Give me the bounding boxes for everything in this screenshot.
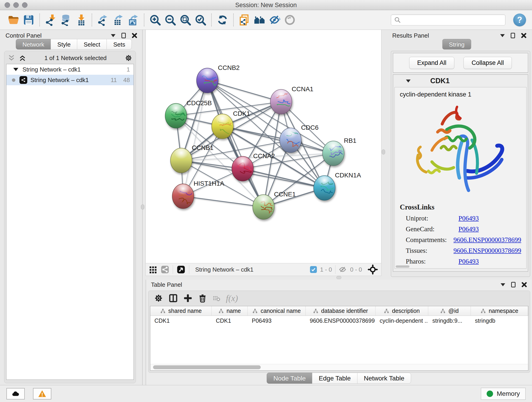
table-cell[interactable]: cyclin-dependent ...	[375, 316, 428, 325]
tab-network[interactable]: Network	[16, 39, 51, 50]
network-graph[interactable]: CCNB2CCNA1CDC25BCDK1CDC6RB1CCNB1CCNA2CDK…	[146, 30, 382, 263]
crosslink-link[interactable]: 9606.ENSP00000378699	[453, 247, 521, 254]
tab-sets[interactable]: Sets	[107, 39, 132, 50]
network-edge-CCNB2-CCNE1[interactable]	[207, 80, 264, 207]
network-node-CCNE1[interactable]: CCNE1	[253, 191, 296, 219]
column-header-namespace[interactable]: namespace	[471, 306, 528, 316]
splitter-handle[interactable]	[382, 149, 385, 154]
node-detail-title: CDK1	[430, 77, 450, 85]
show-all-button[interactable]	[282, 13, 298, 27]
splitter-handle[interactable]	[336, 276, 341, 279]
move-crosshair-icon[interactable]	[367, 264, 378, 275]
network-collection-row[interactable]: String Network – cdk1 1	[6, 64, 133, 75]
panel-float-icon[interactable]	[121, 33, 126, 38]
network-mode-icon[interactable]	[161, 265, 169, 274]
panel-close-icon[interactable]	[521, 282, 527, 287]
expand-all-icon[interactable]	[7, 55, 15, 61]
table-row[interactable]: CDK1CDK1P064939606.ENSP00000378699cyclin…	[150, 316, 528, 325]
zoom-selected-button[interactable]	[193, 13, 208, 27]
network-node-CDKN1A[interactable]: CDKN1A	[314, 172, 361, 200]
apply-layout-button[interactable]	[215, 13, 230, 27]
open-window-icon[interactable]	[177, 265, 185, 274]
table-cell[interactable]: CDK1	[150, 316, 212, 325]
collapse-all-icon[interactable]	[19, 55, 26, 61]
open-session-button[interactable]	[6, 13, 21, 27]
table-cell[interactable]: P06493	[248, 316, 306, 325]
node-detail-header[interactable]: CDK1	[393, 75, 528, 87]
column-header-canonical-name[interactable]: canonical name	[248, 306, 306, 316]
zoom-in-button[interactable]	[147, 13, 163, 27]
hide-selected-button[interactable]	[267, 13, 282, 27]
hide-eye-icon	[269, 14, 281, 26]
column-header--id[interactable]: @id	[428, 306, 471, 316]
selected-checkbox-icon[interactable]	[310, 266, 317, 273]
save-session-button[interactable]	[21, 13, 36, 27]
table-cell[interactable]: stringdb	[471, 316, 528, 325]
crosslink-link[interactable]: 9606.ENSP00000378699	[453, 236, 521, 244]
network-canvas[interactable]: CCNB2CCNA1CDC25BCDK1CDC6RB1CCNB1CCNA2CDK…	[146, 30, 381, 263]
gear-icon[interactable]	[125, 54, 133, 62]
import-network-button[interactable]	[43, 13, 58, 27]
network-node-RB1[interactable]: RB1	[323, 137, 356, 166]
hidden-eye-icon[interactable]	[339, 265, 347, 274]
tab-string[interactable]: String	[443, 39, 471, 50]
collapse-all-button[interactable]: Collapse All	[463, 57, 512, 69]
crosslink-link[interactable]: P06493	[458, 258, 479, 265]
table-cell[interactable]: stringdb:9...	[428, 316, 471, 325]
network-row[interactable]: String Network – cdk1 11 48	[6, 75, 133, 85]
table-hscroll-thumb[interactable]	[153, 365, 261, 369]
column-header-name[interactable]: name	[212, 306, 248, 316]
network-edge-CCNB2-HIST1H1A[interactable]	[183, 80, 207, 196]
network-node-HIST1H1A[interactable]: HIST1H1A	[172, 180, 224, 209]
expand-all-button[interactable]: Expand All	[409, 57, 455, 69]
grid-mode-icon[interactable]	[149, 265, 157, 274]
column-header-shared-name[interactable]: shared name	[150, 306, 212, 316]
search-input[interactable]	[391, 14, 505, 26]
help-button[interactable]: ?	[513, 13, 526, 26]
tab-edge-table[interactable]: Edge Table	[312, 373, 357, 384]
crosslink-link[interactable]: P06493	[458, 215, 479, 222]
gear-icon[interactable]	[154, 294, 163, 303]
warning-button[interactable]	[33, 388, 51, 400]
network-node-CCNB1[interactable]: CCNB1	[171, 144, 214, 173]
table-cell[interactable]: 9606.ENSP00000378699	[306, 316, 375, 325]
network-edge-CCNA2-CDKN1A[interactable]	[243, 169, 324, 188]
show-columns-icon[interactable]	[169, 294, 178, 303]
panel-float-icon[interactable]	[511, 33, 515, 38]
disclosure-triangle-icon[interactable]	[406, 80, 411, 83]
export-table-button[interactable]	[110, 13, 126, 27]
network-edge-CCNB2-CCNA1[interactable]	[207, 80, 281, 102]
panel-float-icon[interactable]	[511, 282, 515, 287]
crosslink-link[interactable]: P06493	[458, 225, 479, 233]
disclosure-triangle-icon[interactable]	[13, 68, 18, 71]
column-header-description[interactable]: description	[375, 306, 428, 316]
export-image-button[interactable]	[126, 13, 141, 27]
panel-close-icon[interactable]	[132, 33, 137, 38]
export-network-button[interactable]	[95, 13, 110, 27]
zoom-out-button[interactable]	[163, 13, 178, 27]
tab-node-table[interactable]: Node Table	[267, 373, 312, 384]
panel-collapse-icon[interactable]	[111, 34, 115, 37]
network-node-CCNA1[interactable]: CCNA1	[270, 85, 313, 114]
annotations-button[interactable]	[237, 13, 252, 27]
home-button[interactable]	[252, 13, 267, 27]
network-edge-HIST1H1A-CCNE1[interactable]	[183, 196, 264, 207]
panel-collapse-icon[interactable]	[500, 34, 505, 37]
tab-select[interactable]: Select	[77, 39, 107, 50]
table-hscrollbar[interactable]	[150, 364, 528, 370]
tab-network-table[interactable]: Network Table	[357, 373, 411, 384]
import-database-button[interactable]	[58, 13, 73, 27]
results-hscroll-thumb[interactable]	[396, 265, 409, 268]
splitter-handle[interactable]	[141, 204, 144, 210]
panel-close-icon[interactable]	[521, 33, 526, 38]
column-header-database-identifier[interactable]: database identifier	[306, 306, 375, 316]
add-column-icon[interactable]	[183, 294, 192, 303]
zoom-fit-button[interactable]	[178, 13, 193, 27]
delete-column-icon[interactable]	[198, 294, 207, 303]
import-table-button[interactable]	[73, 13, 89, 27]
panel-collapse-icon[interactable]	[500, 283, 505, 286]
table-cell[interactable]: CDK1	[212, 316, 248, 325]
memory-button[interactable]: Memory	[481, 388, 526, 400]
tab-style[interactable]: Style	[51, 39, 77, 50]
cloud-button[interactable]	[6, 388, 25, 400]
